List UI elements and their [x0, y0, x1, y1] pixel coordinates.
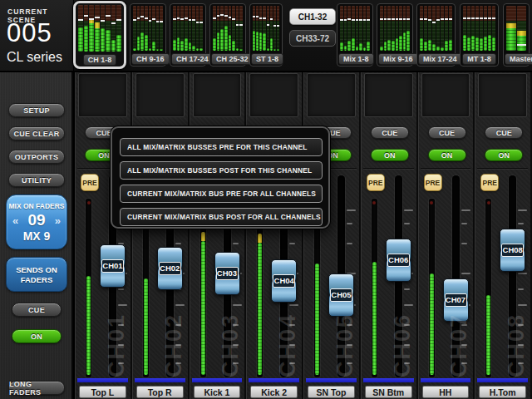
meter-yellow-tip — [95, 22, 100, 28]
fader-position-mark — [133, 19, 136, 21]
channel-name-label[interactable]: Top L — [79, 386, 126, 398]
fader-position-mark — [111, 22, 116, 24]
channel-processing-panel[interactable] — [421, 73, 470, 117]
meter-column — [359, 6, 362, 51]
popup-menu-item-1[interactable]: ALL MIX/MATRIX BUSSES PRE FOR THIS CHANN… — [120, 138, 323, 156]
meter-block-mix1-8[interactable]: Mix 1-8 — [337, 3, 373, 66]
channel-processing-panel[interactable] — [135, 73, 185, 117]
channel-on-button[interactable]: ON — [371, 149, 409, 161]
channel-color-bar — [249, 378, 299, 382]
fader-cap[interactable]: CH04 — [271, 259, 297, 303]
pre-post-badge[interactable]: PRE — [367, 174, 385, 191]
channel-name-label[interactable]: Kick 2 — [250, 386, 298, 398]
meter-level-fill — [196, 48, 200, 51]
fader-cap[interactable]: CH05 — [328, 273, 354, 317]
channel-name-label[interactable]: Kick 1 — [194, 386, 241, 398]
meter-block-ch17-24[interactable]: CH 17-24 — [170, 3, 206, 66]
fader-cap[interactable]: CH06 — [386, 239, 411, 282]
channel-processing-panel[interactable] — [249, 73, 298, 117]
meter-level-fill — [137, 37, 140, 51]
channel-on-button[interactable]: ON — [428, 149, 466, 161]
channel-number-ghost-label: CH05 — [334, 313, 357, 377]
meter-block-mt1-8[interactable]: MT 1-8 — [460, 3, 499, 66]
fader-scale-tick — [233, 243, 239, 244]
meter-column — [344, 6, 347, 51]
fader-position-mark — [145, 17, 148, 19]
meter-level-fill — [213, 38, 216, 51]
channel-number-ghost-label: CH08 — [505, 313, 528, 377]
meter-block-mix9-16[interactable]: Mix 9-16 — [377, 3, 413, 66]
fader-position-mark — [396, 18, 399, 20]
channel-name-label[interactable]: SN Top — [308, 386, 355, 398]
channel-processing-panel[interactable] — [193, 73, 242, 117]
meter-block-st1-8[interactable]: ST 1-8 — [249, 3, 283, 66]
popup-menu-item-2[interactable]: ALL MIX/MATRIX BUSSES POST FOR THIS CHAN… — [120, 161, 323, 180]
fader-cap[interactable]: CH08 — [500, 229, 525, 272]
meter-block-master[interactable]: Master — [503, 3, 530, 66]
fader-position-mark — [475, 17, 479, 19]
meter-block-ch25-32[interactable]: CH 25-32 — [209, 3, 246, 66]
popup-menu-item-3[interactable]: CURRENT MIX/MATRIX BUS PRE FOR ALL CHANN… — [120, 185, 323, 203]
channel-name-label[interactable]: H.Tom — [479, 386, 526, 398]
fader-scale-tick — [404, 209, 413, 211]
meter-columns — [505, 5, 528, 52]
fader-cap[interactable]: CH03 — [214, 252, 240, 295]
meter-block-ch9-16[interactable]: CH 9-16 — [130, 3, 166, 66]
fader-position-mark — [180, 18, 184, 20]
pre-post-badge[interactable]: PRE — [480, 174, 499, 191]
meter-column — [111, 5, 116, 52]
channel-name-label[interactable]: SN Btm — [365, 386, 412, 398]
channel-cue-button[interactable]: CUE — [485, 126, 523, 139]
fader-cap[interactable]: CH02 — [157, 247, 183, 290]
channel-processing-panel[interactable] — [364, 73, 413, 117]
channel-cue-button[interactable]: CUE — [428, 126, 466, 139]
channel-processing-panel[interactable] — [478, 73, 527, 117]
meter-level-fill — [189, 42, 192, 51]
meter-level-fill — [253, 31, 255, 51]
fader-position-mark — [420, 18, 423, 20]
meter-level-fill — [380, 47, 383, 51]
fader-scale-tick — [347, 209, 356, 211]
channel-cue-button[interactable]: CUE — [371, 126, 409, 139]
fader-cap[interactable]: CH01 — [100, 244, 126, 288]
meter-column — [492, 6, 495, 51]
meter-level-fill — [488, 35, 491, 51]
meter-column — [340, 6, 343, 51]
pre-post-badge[interactable]: PRE — [424, 174, 442, 191]
pre-post-badge[interactable]: PRE — [81, 174, 99, 191]
channel-name-label[interactable]: HH — [422, 386, 470, 398]
bank-button-ch1-32[interactable]: CH1-32 — [289, 8, 336, 25]
meter-level-fill — [471, 36, 475, 51]
meter-peak-dot — [87, 201, 91, 204]
fader-position-mark — [340, 19, 343, 21]
meter-yellow-tip — [517, 31, 527, 36]
fader-cap-label: CH02 — [159, 262, 181, 275]
meter-block-mix17-24[interactable]: Mix 17-24 — [416, 3, 456, 66]
channel-meter-fill — [258, 243, 262, 375]
fader-position-mark — [363, 19, 367, 21]
meter-columns — [251, 5, 281, 52]
channel-name-label[interactable]: Top R — [136, 386, 184, 398]
meter-columns — [461, 5, 497, 52]
meter-column — [506, 6, 516, 51]
channel-processing-panel[interactable] — [78, 73, 127, 117]
bank-button-ch33-72[interactable]: CH33-72 — [289, 30, 336, 47]
meter-column — [217, 6, 220, 51]
strip-divider — [477, 168, 528, 169]
popup-menu-item-4[interactable]: CURRENT MIX/MATRIX BUS POST FOR ALL CHAN… — [120, 208, 323, 226]
meter-block-ch1-8[interactable]: CH 1-8 — [73, 1, 126, 69]
meter-level-fill — [217, 32, 220, 51]
meter-level-fill — [441, 47, 444, 51]
fader-position-mark — [89, 18, 94, 20]
fader-position-mark — [149, 20, 152, 22]
channel-on-button[interactable]: ON — [485, 149, 523, 161]
meter-level-fill — [78, 27, 83, 52]
channel-processing-panel[interactable] — [307, 73, 356, 117]
meter-column — [424, 6, 427, 51]
scene-number: 005 — [7, 18, 52, 48]
fader-cap-label: CH06 — [387, 254, 410, 267]
meter-block-label: Master — [505, 53, 532, 65]
fader-position-mark — [428, 19, 431, 21]
fader-position-mark — [277, 25, 279, 27]
meter-column — [78, 5, 83, 52]
